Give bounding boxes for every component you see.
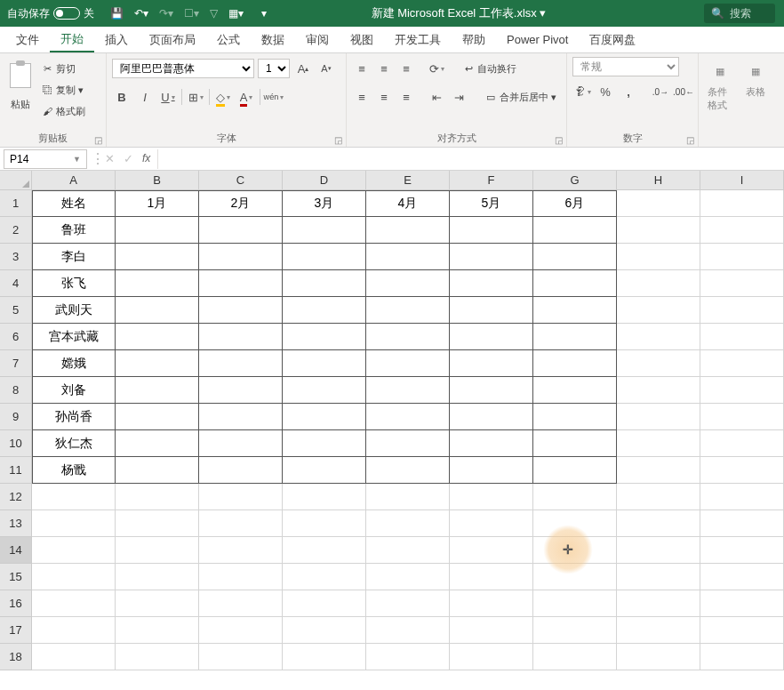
cell-C1[interactable]: 2月 (199, 190, 283, 217)
cell-H7[interactable] (617, 350, 700, 377)
name-box[interactable]: P14 ▼ (4, 149, 87, 169)
cell-F13[interactable] (450, 510, 533, 537)
chevron-down-icon[interactable]: ▼ (73, 155, 81, 164)
cell-A14[interactable] (32, 537, 116, 564)
cell-C14[interactable] (199, 537, 283, 564)
cell-H4[interactable] (617, 270, 700, 297)
cell-E5[interactable] (366, 297, 450, 324)
cell-E16[interactable] (366, 590, 450, 617)
row-header-9[interactable]: 9 (0, 404, 32, 430)
cell-A13[interactable] (32, 510, 116, 537)
cell-A7[interactable]: 嫦娥 (32, 350, 116, 377)
align-middle-icon[interactable]: ≡ (374, 59, 394, 78)
cell-D4[interactable] (283, 270, 366, 297)
cell-E7[interactable] (366, 350, 450, 377)
font-color-button[interactable]: A (236, 87, 256, 107)
cell-I2[interactable] (700, 217, 784, 244)
wrap-text-button[interactable]: ↩自动换行 (460, 59, 518, 78)
touch-icon[interactable]: ☐▾ (184, 7, 199, 20)
cell-A17[interactable] (32, 617, 116, 644)
font-name-select[interactable]: 阿里巴巴普惠体 (112, 59, 254, 78)
cell-H5[interactable] (617, 297, 700, 324)
cell-G14[interactable] (533, 537, 617, 564)
cell-C4[interactable] (199, 270, 283, 297)
tab-developer[interactable]: 开发工具 (384, 28, 452, 52)
number-format-select[interactable]: 常规 (572, 57, 679, 76)
cell-A16[interactable] (32, 590, 116, 617)
cell-E18[interactable] (366, 644, 450, 670)
cell-E10[interactable] (366, 430, 450, 457)
decrease-font-icon[interactable]: A▾ (316, 59, 336, 78)
cell-G9[interactable] (533, 404, 617, 430)
tab-review[interactable]: 审阅 (295, 28, 340, 52)
decrease-indent-icon[interactable]: ⇤ (427, 87, 446, 107)
cell-H12[interactable] (617, 484, 700, 510)
row-header-17[interactable]: 17 (0, 617, 32, 644)
align-right-icon[interactable]: ≡ (396, 87, 416, 107)
phonetic-button[interactable]: wén (264, 87, 284, 107)
form-icon[interactable]: ▦▾ (228, 7, 244, 20)
cell-E11[interactable] (366, 457, 450, 484)
tab-help[interactable]: 帮助 (452, 28, 496, 52)
column-header-I[interactable]: I (700, 171, 784, 190)
cell-styles-button[interactable]: ▦ 表格 (740, 57, 772, 100)
cell-F15[interactable] (450, 564, 533, 590)
launcher-icon[interactable]: ◲ (555, 135, 563, 145)
cell-F18[interactable] (450, 644, 533, 670)
cell-D2[interactable] (283, 217, 366, 244)
cell-D6[interactable] (283, 324, 366, 350)
increase-decimal-icon[interactable]: .0→ (651, 82, 670, 101)
cell-H15[interactable] (617, 564, 700, 590)
cell-C13[interactable] (199, 510, 283, 537)
cell-D7[interactable] (283, 350, 366, 377)
cell-D1[interactable]: 3月 (283, 190, 366, 217)
cell-C16[interactable] (199, 590, 283, 617)
cell-C17[interactable] (199, 617, 283, 644)
cell-B8[interactable] (116, 377, 199, 404)
cell-G7[interactable] (533, 350, 617, 377)
cell-D16[interactable] (283, 590, 366, 617)
cell-C7[interactable] (199, 350, 283, 377)
cell-E2[interactable] (366, 217, 450, 244)
cell-G5[interactable] (533, 297, 617, 324)
cell-F11[interactable] (450, 457, 533, 484)
row-header-6[interactable]: 6 (0, 324, 32, 350)
cell-C18[interactable] (199, 644, 283, 670)
cell-E6[interactable] (366, 324, 450, 350)
percent-icon[interactable]: % (596, 82, 615, 101)
row-header-18[interactable]: 18 (0, 644, 32, 670)
row-header-8[interactable]: 8 (0, 377, 32, 404)
cell-I18[interactable] (700, 644, 784, 670)
cell-A8[interactable]: 刘备 (32, 377, 116, 404)
cell-A10[interactable]: 狄仁杰 (32, 430, 116, 457)
column-header-B[interactable]: B (116, 171, 199, 190)
cell-E13[interactable] (366, 510, 450, 537)
cell-I11[interactable] (700, 457, 784, 484)
cell-B2[interactable] (116, 217, 199, 244)
cell-E12[interactable] (366, 484, 450, 510)
italic-button[interactable]: I (135, 87, 155, 107)
font-size-select[interactable]: 11 (258, 59, 290, 78)
cell-G6[interactable] (533, 324, 617, 350)
cell-I8[interactable] (700, 377, 784, 404)
tab-home[interactable]: 开始 (50, 28, 94, 52)
cell-I17[interactable] (700, 617, 784, 644)
cell-E15[interactable] (366, 564, 450, 590)
cell-G1[interactable]: 6月 (533, 190, 617, 217)
cell-D9[interactable] (283, 404, 366, 430)
cell-H17[interactable] (617, 617, 700, 644)
cell-B10[interactable] (116, 430, 199, 457)
orientation-icon[interactable]: ⟳ (427, 59, 446, 78)
launcher-icon[interactable]: ◲ (686, 135, 694, 145)
cell-G17[interactable] (533, 617, 617, 644)
cell-A15[interactable] (32, 564, 116, 590)
cancel-icon[interactable]: ✕ (105, 152, 115, 165)
row-header-13[interactable]: 13 (0, 510, 32, 537)
cell-D8[interactable] (283, 377, 366, 404)
cell-B15[interactable] (116, 564, 199, 590)
cell-C10[interactable] (199, 430, 283, 457)
row-header-2[interactable]: 2 (0, 217, 32, 244)
cell-F12[interactable] (450, 484, 533, 510)
cell-F17[interactable] (450, 617, 533, 644)
cell-D13[interactable] (283, 510, 366, 537)
